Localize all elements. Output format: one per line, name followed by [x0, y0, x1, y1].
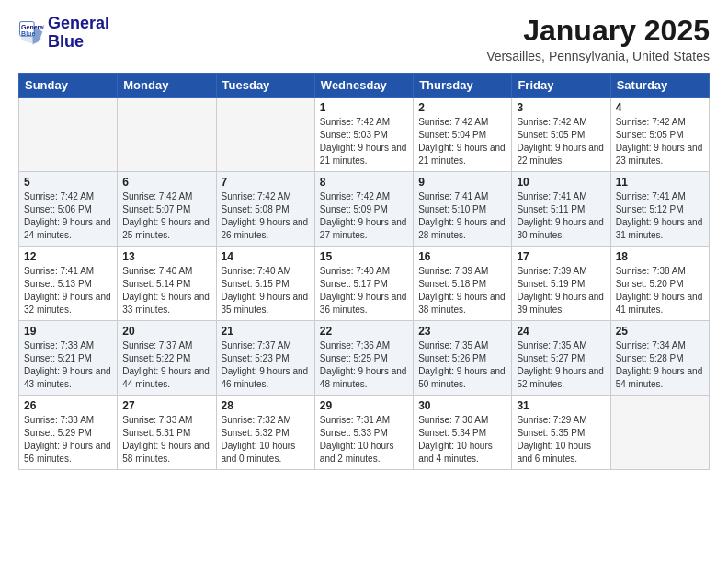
day-number: 4	[616, 101, 704, 114]
calendar-cell	[216, 98, 314, 172]
day-number: 8	[320, 176, 408, 189]
day-info: Sunrise: 7:31 AM Sunset: 5:33 PM Dayligh…	[320, 414, 408, 465]
logo-icon: General Blue	[18, 20, 44, 46]
calendar-cell: 3Sunrise: 7:42 AM Sunset: 5:05 PM Daylig…	[512, 98, 610, 172]
day-info: Sunrise: 7:33 AM Sunset: 5:29 PM Dayligh…	[24, 414, 112, 465]
calendar-cell: 21Sunrise: 7:37 AM Sunset: 5:23 PM Dayli…	[216, 321, 314, 396]
day-info: Sunrise: 7:30 AM Sunset: 5:34 PM Dayligh…	[418, 414, 506, 465]
calendar-cell: 22Sunrise: 7:36 AM Sunset: 5:25 PM Dayli…	[314, 321, 413, 396]
day-number: 2	[418, 101, 506, 114]
calendar-cell: 17Sunrise: 7:39 AM Sunset: 5:19 PM Dayli…	[512, 247, 610, 321]
day-info: Sunrise: 7:32 AM Sunset: 5:32 PM Dayligh…	[222, 414, 310, 465]
day-number: 27	[122, 399, 210, 412]
logo-line2: Blue	[48, 33, 109, 52]
th-sunday: Sunday	[19, 74, 118, 98]
day-info: Sunrise: 7:42 AM Sunset: 5:04 PM Dayligh…	[418, 116, 506, 167]
calendar-cell: 13Sunrise: 7:40 AM Sunset: 5:14 PM Dayli…	[118, 247, 216, 321]
day-info: Sunrise: 7:41 AM Sunset: 5:11 PM Dayligh…	[517, 190, 605, 242]
day-number: 31	[517, 399, 605, 412]
th-monday: Monday	[118, 74, 216, 98]
calendar-cell: 9Sunrise: 7:41 AM Sunset: 5:10 PM Daylig…	[414, 172, 512, 247]
calendar-cell: 16Sunrise: 7:39 AM Sunset: 5:18 PM Dayli…	[414, 247, 512, 321]
calendar-cell: 31Sunrise: 7:29 AM Sunset: 5:35 PM Dayli…	[512, 396, 610, 470]
calendar-week-1: 5Sunrise: 7:42 AM Sunset: 5:06 PM Daylig…	[19, 172, 710, 247]
calendar-cell: 5Sunrise: 7:42 AM Sunset: 5:06 PM Daylig…	[19, 172, 118, 247]
day-info: Sunrise: 7:39 AM Sunset: 5:19 PM Dayligh…	[517, 265, 605, 316]
calendar-week-3: 19Sunrise: 7:38 AM Sunset: 5:21 PM Dayli…	[19, 321, 710, 396]
day-info: Sunrise: 7:42 AM Sunset: 5:03 PM Dayligh…	[320, 116, 408, 167]
calendar-cell: 7Sunrise: 7:42 AM Sunset: 5:08 PM Daylig…	[216, 172, 314, 247]
day-number: 19	[24, 325, 112, 338]
day-info: Sunrise: 7:42 AM Sunset: 5:05 PM Dayligh…	[616, 116, 704, 167]
page: General Blue General Blue January 2025 V…	[0, 0, 728, 563]
calendar-cell: 12Sunrise: 7:41 AM Sunset: 5:13 PM Dayli…	[19, 247, 118, 321]
calendar-cell: 14Sunrise: 7:40 AM Sunset: 5:15 PM Dayli…	[216, 247, 314, 321]
calendar-cell: 24Sunrise: 7:35 AM Sunset: 5:27 PM Dayli…	[512, 321, 610, 396]
day-info: Sunrise: 7:41 AM Sunset: 5:10 PM Dayligh…	[418, 190, 506, 242]
calendar-cell: 6Sunrise: 7:42 AM Sunset: 5:07 PM Daylig…	[118, 172, 216, 247]
day-info: Sunrise: 7:39 AM Sunset: 5:18 PM Dayligh…	[418, 265, 506, 316]
th-thursday: Thursday	[414, 74, 512, 98]
logo: General Blue General Blue	[18, 15, 109, 52]
day-info: Sunrise: 7:42 AM Sunset: 5:09 PM Dayligh…	[320, 190, 408, 242]
calendar-cell: 11Sunrise: 7:41 AM Sunset: 5:12 PM Dayli…	[610, 172, 709, 247]
calendar-cell: 28Sunrise: 7:32 AM Sunset: 5:32 PM Dayli…	[216, 396, 314, 470]
day-info: Sunrise: 7:40 AM Sunset: 5:14 PM Dayligh…	[122, 265, 210, 316]
day-number: 14	[222, 250, 310, 263]
calendar-header-row: Sunday Monday Tuesday Wednesday Thursday…	[19, 74, 710, 98]
calendar-cell	[19, 98, 118, 172]
day-info: Sunrise: 7:42 AM Sunset: 5:07 PM Dayligh…	[122, 190, 210, 242]
th-tuesday: Tuesday	[216, 74, 314, 98]
day-info: Sunrise: 7:42 AM Sunset: 5:06 PM Dayligh…	[24, 190, 112, 242]
calendar-cell: 1Sunrise: 7:42 AM Sunset: 5:03 PM Daylig…	[314, 98, 413, 172]
day-info: Sunrise: 7:38 AM Sunset: 5:21 PM Dayligh…	[24, 339, 112, 391]
calendar-cell	[118, 98, 216, 172]
day-info: Sunrise: 7:36 AM Sunset: 5:25 PM Dayligh…	[320, 339, 408, 391]
calendar-cell: 27Sunrise: 7:33 AM Sunset: 5:31 PM Dayli…	[118, 396, 216, 470]
day-number: 26	[24, 399, 112, 412]
calendar-cell: 18Sunrise: 7:38 AM Sunset: 5:20 PM Dayli…	[610, 247, 709, 321]
day-info: Sunrise: 7:35 AM Sunset: 5:27 PM Dayligh…	[517, 339, 605, 391]
day-info: Sunrise: 7:41 AM Sunset: 5:13 PM Dayligh…	[24, 265, 112, 316]
logo-text: General Blue	[48, 15, 109, 52]
calendar-cell: 20Sunrise: 7:37 AM Sunset: 5:22 PM Dayli…	[118, 321, 216, 396]
day-info: Sunrise: 7:37 AM Sunset: 5:22 PM Dayligh…	[122, 339, 210, 391]
calendar-cell: 30Sunrise: 7:30 AM Sunset: 5:34 PM Dayli…	[414, 396, 512, 470]
logo-line1: General	[48, 15, 109, 33]
calendar-week-0: 1Sunrise: 7:42 AM Sunset: 5:03 PM Daylig…	[19, 98, 710, 172]
calendar-cell: 25Sunrise: 7:34 AM Sunset: 5:28 PM Dayli…	[610, 321, 709, 396]
day-number: 20	[122, 325, 210, 338]
day-number: 11	[616, 176, 704, 189]
day-number: 23	[418, 325, 506, 338]
day-info: Sunrise: 7:33 AM Sunset: 5:31 PM Dayligh…	[122, 414, 210, 465]
day-number: 25	[616, 325, 704, 338]
day-number: 15	[320, 250, 408, 263]
calendar-cell	[610, 396, 709, 470]
calendar-week-4: 26Sunrise: 7:33 AM Sunset: 5:29 PM Dayli…	[19, 396, 710, 470]
location: Versailles, Pennsylvania, United States	[486, 49, 710, 63]
day-number: 18	[616, 250, 704, 263]
calendar-cell: 29Sunrise: 7:31 AM Sunset: 5:33 PM Dayli…	[314, 396, 413, 470]
th-friday: Friday	[512, 74, 610, 98]
day-number: 10	[517, 176, 605, 189]
month-title: January 2025	[486, 15, 710, 47]
svg-text:General: General	[21, 24, 44, 30]
day-info: Sunrise: 7:34 AM Sunset: 5:28 PM Dayligh…	[616, 339, 704, 391]
calendar-cell: 26Sunrise: 7:33 AM Sunset: 5:29 PM Dayli…	[19, 396, 118, 470]
day-number: 1	[320, 101, 408, 114]
day-number: 21	[222, 325, 310, 338]
day-info: Sunrise: 7:42 AM Sunset: 5:05 PM Dayligh…	[517, 116, 605, 167]
logo-text-container: General Blue	[48, 15, 109, 52]
calendar-table: Sunday Monday Tuesday Wednesday Thursday…	[18, 73, 710, 470]
day-number: 16	[418, 250, 506, 263]
day-info: Sunrise: 7:40 AM Sunset: 5:17 PM Dayligh…	[320, 265, 408, 316]
day-number: 24	[517, 325, 605, 338]
day-number: 22	[320, 325, 408, 338]
day-number: 29	[320, 399, 408, 412]
day-number: 28	[222, 399, 310, 412]
calendar-cell: 10Sunrise: 7:41 AM Sunset: 5:11 PM Dayli…	[512, 172, 610, 247]
day-info: Sunrise: 7:40 AM Sunset: 5:15 PM Dayligh…	[222, 265, 310, 316]
day-info: Sunrise: 7:38 AM Sunset: 5:20 PM Dayligh…	[616, 265, 704, 316]
calendar-cell: 15Sunrise: 7:40 AM Sunset: 5:17 PM Dayli…	[314, 247, 413, 321]
calendar-body: 1Sunrise: 7:42 AM Sunset: 5:03 PM Daylig…	[19, 98, 710, 470]
